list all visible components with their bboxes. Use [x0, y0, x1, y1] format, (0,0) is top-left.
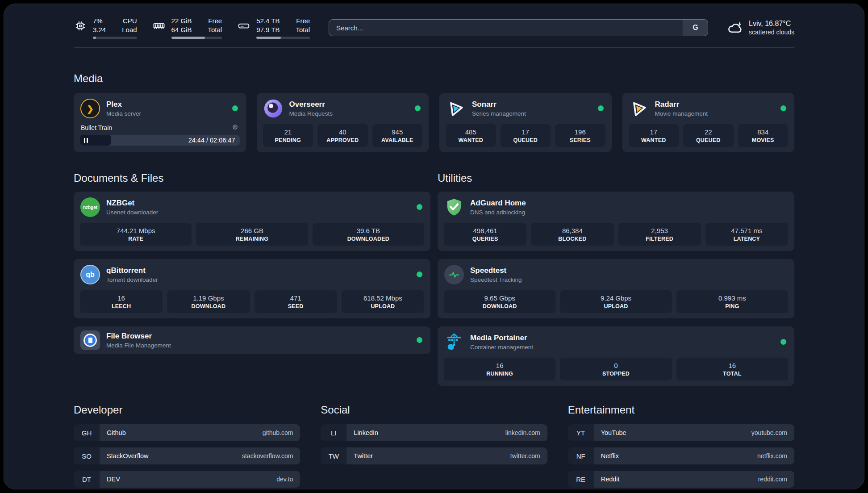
status-dot [780, 105, 786, 111]
section-title-developer: Developer [74, 404, 300, 416]
stat-box: 16TOTAL [676, 358, 788, 380]
stat-box: 86,384BLOCKED [531, 223, 613, 246]
cpu-load-label: Load [122, 25, 137, 34]
stat-box: 1.19 GbpsDOWNLOAD [167, 290, 250, 313]
bookmark-url: netflix.com [757, 452, 787, 460]
adguard-icon [444, 197, 464, 217]
section-title-documents: Documents & Files [74, 172, 430, 184]
app-subtitle: Container management [470, 344, 533, 351]
overseerr-icon [263, 98, 284, 119]
disk-free-value: 52.4 TB [256, 17, 280, 25]
app-card-nzbget[interactable]: nzbget NZBGet Usenet downloader 744.21 M… [74, 192, 430, 251]
ram-progress-bar [171, 37, 222, 39]
bookmark-abbr: TW [321, 447, 346, 464]
disk-total-label: Total [296, 25, 310, 34]
stat-box: 498,461QUERIES [444, 223, 526, 246]
bookmark-abbr: RE [568, 471, 594, 488]
weather-widget: Lviv, 16.87°C scattered clouds [727, 19, 794, 37]
bookmark-abbr: DT [74, 471, 100, 488]
bookmark-url: youtube.com [751, 429, 787, 436]
app-subtitle: Media Requests [289, 110, 333, 117]
cpu-label: CPU [122, 17, 137, 25]
status-dot [780, 339, 786, 345]
app-card-radarr[interactable]: Radarr Movie management 17WANTED 22QUEUE… [622, 93, 795, 152]
app-subtitle: Series management [472, 110, 526, 117]
disk-widget: 52.4 TB 97.9 TB Free Total [237, 17, 310, 39]
bookmark-reddit[interactable]: RE Redditreddit.com [568, 471, 794, 488]
bookmark-name: Github [107, 429, 126, 436]
stat-box: 9.65 GbpsDOWNLOAD [444, 290, 555, 313]
app-card-plex[interactable]: ❯ Plex Media server Bullet Train [74, 93, 246, 152]
weather-condition: scattered clouds [749, 28, 794, 36]
stat-box: 266 GBREMAINING [196, 223, 308, 246]
bookmark-name: DEV [107, 476, 120, 483]
top-bar: 7% 3.24 CPU Load [74, 15, 794, 41]
bookmark-stackoverflow[interactable]: SO StackOverflowstackoverflow.com [74, 447, 300, 464]
memory-widget: 22 GiB 64 GiB Free Total [152, 17, 222, 39]
documents-column: Documents & Files nzbget NZBGet Usenet d… [74, 172, 430, 386]
app-title: File Browser [106, 332, 171, 341]
media-card-grid: ❯ Plex Media server Bullet Train [74, 93, 794, 152]
app-title: qBittorrent [106, 266, 158, 275]
disk-icon [237, 19, 250, 33]
search-bar: G [329, 19, 708, 36]
filebrowser-icon [80, 330, 100, 351]
app-title: Overseerr [289, 100, 333, 109]
section-title-media: Media [74, 72, 794, 85]
bookmark-netflix[interactable]: NF Netflixnetflix.com [568, 447, 794, 464]
app-card-filebrowser[interactable]: File Browser Media File Management [74, 326, 430, 354]
bookmark-name: Reddit [601, 476, 620, 483]
utilities-column: Utilities [438, 172, 794, 386]
app-subtitle: Torrent downloader [106, 276, 158, 283]
app-card-portainer[interactable]: Media Portainer Container management 16R… [438, 326, 794, 386]
plex-icon: ❯ [80, 98, 100, 119]
playback-progress-bar: 24:44 / 02:06:47 [80, 135, 240, 146]
bookmark-url: stackoverflow.com [242, 452, 293, 460]
bookmark-twitter[interactable]: TW Twittertwitter.com [321, 447, 547, 464]
stat-box: 39.6 TBDOWNLOADED [313, 223, 424, 246]
app-title: Plex [106, 100, 141, 109]
stat-box: 22QUEUED [683, 124, 734, 147]
bookmark-github[interactable]: GH Githubgithub.com [74, 424, 300, 441]
cpu-progress-bar [93, 37, 137, 39]
cpu-percent: 7% [93, 17, 106, 25]
bookmark-group-entertainment: Entertainment YT YouTubeyoutube.com NF N… [568, 404, 794, 489]
status-dot [232, 105, 238, 111]
cpu-load-value: 3.24 [93, 25, 106, 34]
app-card-sonarr[interactable]: Sonarr Series management 485WANTED 17QUE… [439, 93, 612, 152]
stat-box: 945AVAILABLE [372, 124, 423, 147]
search-input[interactable] [329, 20, 683, 36]
bookmark-url: dev.to [276, 476, 293, 483]
stat-box: 471SEED [255, 290, 337, 313]
bookmark-linkedin[interactable]: LI LinkedInlinkedin.com [321, 424, 547, 441]
bookmark-dev[interactable]: DT DEVdev.to [74, 471, 300, 488]
stat-box: 47.571 msLATENCY [705, 223, 788, 246]
app-title: Radarr [655, 100, 708, 109]
qbittorrent-icon: qb [80, 264, 100, 285]
bookmark-name: StackOverflow [107, 452, 148, 460]
app-subtitle: Media server [106, 110, 141, 117]
status-dot [417, 204, 422, 210]
player-settings-icon[interactable] [231, 124, 239, 131]
ram-free-value: 22 GiB [171, 17, 192, 25]
app-card-speedtest[interactable]: Speedtest Speedtest Tracking 9.65 GbpsDO… [438, 259, 794, 318]
app-subtitle: Usenet downloader [106, 209, 158, 216]
cloud-icon [727, 20, 743, 36]
app-card-qbittorrent[interactable]: qb qBittorrent Torrent downloader 16LEEC… [74, 259, 430, 318]
stat-box: 16LEECH [80, 290, 163, 313]
status-dot [417, 337, 422, 343]
section-title-social: Social [321, 404, 547, 416]
search-engine-button[interactable]: G [683, 20, 708, 36]
bookmark-url: linkedin.com [505, 429, 540, 436]
stat-box: 0.993 msPING [676, 290, 788, 313]
app-card-overseerr[interactable]: Overseerr Media Requests 21PENDING 40APP… [257, 93, 429, 152]
disk-free-label: Free [296, 17, 310, 25]
ram-total-label: Total [208, 25, 222, 34]
stat-box: 0STOPPED [560, 358, 672, 380]
app-card-adguard[interactable]: AdGuard Home DNS and adblocking 498,461Q… [438, 192, 794, 251]
bookmark-name: Netflix [601, 452, 619, 460]
app-title: Speedtest [470, 266, 522, 275]
bookmark-youtube[interactable]: YT YouTubeyoutube.com [568, 424, 794, 441]
bookmark-name: LinkedIn [354, 429, 378, 436]
stat-box: 21PENDING [263, 124, 313, 147]
